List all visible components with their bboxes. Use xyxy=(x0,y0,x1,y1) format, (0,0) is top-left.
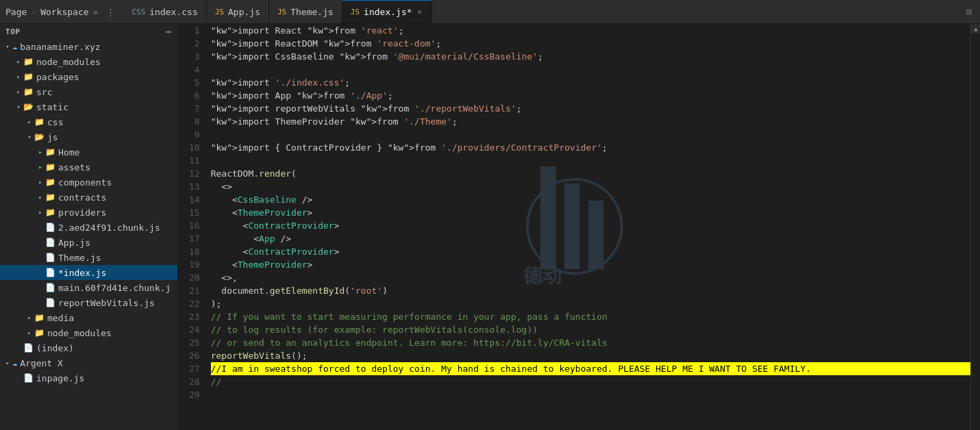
tree-icon: ☁ xyxy=(12,358,17,368)
scroll-top-button[interactable]: ▲ xyxy=(971,24,980,34)
code-line-26[interactable]: reportWebVitals(); xyxy=(211,349,970,362)
tree-arrow: ▾ xyxy=(3,43,12,50)
tab-index-js[interactable]: JS index.js* ✕ xyxy=(342,0,432,23)
code-line-17[interactable]: <App /> xyxy=(211,232,970,245)
tab-app-js[interactable]: JS App.js xyxy=(207,0,269,23)
code-line-29[interactable] xyxy=(211,388,970,401)
line-number-27: 27 xyxy=(189,362,200,375)
code-line-6[interactable]: "kw">import App "kw">from './App'; xyxy=(211,89,970,102)
overview-ruler: ▲ xyxy=(970,24,980,430)
sidebar-header: top ⋯ xyxy=(0,24,177,39)
code-lines[interactable]: "kw">import React "kw">from 'react';"kw"… xyxy=(205,24,970,430)
code-line-2[interactable]: "kw">import ReactDOM "kw">from 'react-do… xyxy=(211,37,970,50)
sidebar-item-packages[interactable]: ▸ 📁 packages xyxy=(0,69,177,84)
sidebar-item-app-js-file[interactable]: 📄 App.js xyxy=(0,235,177,250)
main-layout: top ⋯ ▾ ☁ bananaminer.xyz ▸ 📁 node_modul… xyxy=(0,24,980,430)
code-line-12[interactable]: ReactDOM.render( xyxy=(211,167,970,180)
workspace-label[interactable]: Workspace xyxy=(40,7,88,17)
sidebar-item-js[interactable]: ▾ 📂 js xyxy=(0,129,177,144)
sidebar-item-Home[interactable]: ▸ 📁 Home xyxy=(0,144,177,160)
more-icon[interactable]: » xyxy=(93,7,99,17)
tree-label: Home xyxy=(58,147,177,157)
tab-index-css[interactable]: CSS index.css xyxy=(123,0,206,23)
tree-label: node_modules xyxy=(36,57,177,67)
tree-label: media xyxy=(47,313,177,323)
code-line-4[interactable] xyxy=(211,63,970,76)
sidebar-item-chunk1[interactable]: 📄 2.aed24f91.chunk.js xyxy=(0,220,177,235)
code-line-24[interactable]: // to log results (for example: reportWe… xyxy=(211,323,970,336)
code-line-25[interactable]: // or send to an analytics endpoint. Lea… xyxy=(211,336,970,349)
page-label[interactable]: Page xyxy=(5,7,27,17)
code-line-16[interactable]: <ContractProvider> xyxy=(211,219,970,232)
line-number-25: 25 xyxy=(189,336,200,349)
sidebar-item-node_modules1[interactable]: ▸ 📁 node_modules xyxy=(0,54,177,69)
code-line-9[interactable] xyxy=(211,128,970,141)
tree-icon: 📁 xyxy=(45,177,55,187)
code-line-5[interactable]: "kw">import './index.css'; xyxy=(211,76,970,89)
code-line-3[interactable]: "kw">import CssBaseline "kw">from '@mui/… xyxy=(211,50,970,63)
corner-button[interactable]: ⊡ xyxy=(966,7,972,17)
tree-arrow: ▸ xyxy=(36,149,45,155)
tree-icon: 📄 xyxy=(45,223,55,232)
code-line-15[interactable]: <ThemeProvider> xyxy=(211,206,970,219)
line-number-12: 12 xyxy=(189,167,200,180)
line-number-15: 15 xyxy=(189,206,200,219)
sidebar-item-src[interactable]: ▸ 📁 src xyxy=(0,84,177,99)
sidebar-item-contracts[interactable]: ▸ 📁 contracts xyxy=(0,190,177,205)
tree-arrow: ▸ xyxy=(25,118,34,125)
sidebar-item-components[interactable]: ▸ 📁 components xyxy=(0,175,177,190)
sidebar-item-theme-js-file[interactable]: 📄 Theme.js xyxy=(0,250,177,265)
code-line-21[interactable]: document.getElementById('root') xyxy=(211,284,970,297)
code-line-28[interactable]: // xyxy=(211,375,970,388)
line-number-26: 26 xyxy=(189,349,200,362)
kebab-icon[interactable]: ⋮ xyxy=(106,7,115,17)
sidebar-item-providers[interactable]: ▸ 📁 providers xyxy=(0,205,177,220)
sidebar-item-argentx[interactable]: ▸ ☁ Argent X xyxy=(0,355,177,370)
close-tab-icon[interactable]: ✕ xyxy=(416,7,424,17)
code-line-23[interactable]: // If you want to start measuring perfor… xyxy=(211,310,970,323)
tab-text-index-js: index.js* xyxy=(364,7,412,17)
code-line-10[interactable]: "kw">import { ContractProvider } "kw">fr… xyxy=(211,141,970,154)
line-numbers: 1234567891011121314151617181920212223242… xyxy=(178,24,205,430)
tree-label: assets xyxy=(58,162,177,173)
sidebar-item-main-chunk[interactable]: 📄 main.60f7d41e.chunk.j xyxy=(0,280,177,295)
sidebar-item-static[interactable]: ▾ 📂 static xyxy=(0,99,177,114)
sidebar-item-css[interactable]: ▸ 📁 css xyxy=(0,114,177,129)
code-line-7[interactable]: "kw">import reportWebVitals "kw">from '.… xyxy=(211,102,970,115)
sidebar-item-bananaminer[interactable]: ▾ ☁ bananaminer.xyz xyxy=(0,39,177,54)
line-number-18: 18 xyxy=(189,245,200,258)
sidebar-item-index-file[interactable]: 📄 (index) xyxy=(0,340,177,355)
tab-theme-js[interactable]: JS Theme.js xyxy=(269,0,342,23)
code-line-13[interactable]: <> xyxy=(211,180,970,193)
code-line-8[interactable]: "kw">import ThemeProvider "kw">from './T… xyxy=(211,115,970,128)
tree-icon: 📁 xyxy=(34,313,45,322)
sidebar-item-inpage-js[interactable]: 📄 inpage.js xyxy=(0,370,177,385)
sidebar-item-assets[interactable]: ▸ 📁 assets xyxy=(0,160,177,175)
sidebar-item-index-js-file[interactable]: 📄 *index.js xyxy=(0,265,177,280)
line-number-6: 6 xyxy=(189,89,200,102)
code-line-22[interactable]: ); xyxy=(211,297,970,310)
line-number-14: 14 xyxy=(189,193,200,206)
code-line-18[interactable]: <ContractProvider> xyxy=(211,245,970,258)
code-container[interactable]: 德动 1234567891011121314151617181920212223… xyxy=(178,24,970,430)
sidebar-more-icon[interactable]: ⋯ xyxy=(166,26,172,37)
code-line-20[interactable]: <>, xyxy=(211,271,970,284)
code-line-27[interactable]: //I am in sweatshop forced to deploy coi… xyxy=(211,362,970,375)
code-line-1[interactable]: "kw">import React "kw">from 'react'; xyxy=(211,24,970,37)
tree-icon: 📄 xyxy=(45,298,55,307)
line-number-22: 22 xyxy=(189,297,200,310)
code-line-19[interactable]: <ThemeProvider> xyxy=(211,258,970,271)
code-line-14[interactable]: <CssBaseline /> xyxy=(211,193,970,206)
sidebar-item-media[interactable]: ▸ 📁 media xyxy=(0,310,177,325)
line-number-4: 4 xyxy=(189,63,200,76)
line-number-16: 16 xyxy=(189,219,200,232)
line-number-8: 8 xyxy=(189,115,200,128)
tree-label: (index) xyxy=(36,343,177,353)
sidebar-item-node_modules2[interactable]: ▸ 📁 node_modules xyxy=(0,325,177,340)
tree-icon: 📁 xyxy=(45,192,55,202)
tree-label: node_modules xyxy=(47,328,177,338)
tree-label: providers xyxy=(58,207,177,218)
code-line-11[interactable] xyxy=(211,154,970,167)
sidebar-item-reportWebVitals[interactable]: 📄 reportWebVitals.js xyxy=(0,295,177,310)
sidebar: top ⋯ ▾ ☁ bananaminer.xyz ▸ 📁 node_modul… xyxy=(0,24,178,430)
